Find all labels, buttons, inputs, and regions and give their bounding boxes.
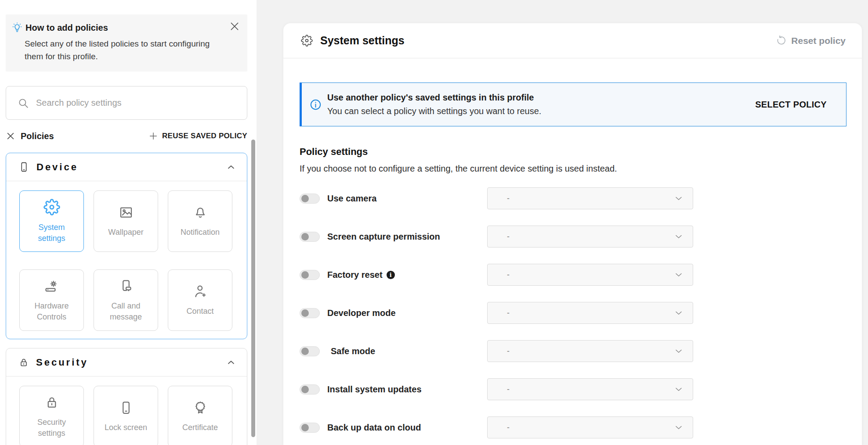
- setting-label: Screen capture permission: [327, 232, 440, 242]
- use-camera-dropdown[interactable]: -: [487, 187, 693, 209]
- certificate-seal-icon: [192, 400, 208, 416]
- policies-title: Policies: [21, 131, 54, 141]
- contact-add-person-icon: [192, 284, 208, 299]
- select-policy-button[interactable]: SELECT POLICY: [755, 100, 827, 110]
- phone-screen-icon: [118, 400, 134, 416]
- security-tile-grid: Security settings Lock screen: [6, 377, 247, 445]
- setting-row-developer-mode: Developer mode -: [300, 302, 846, 324]
- chevron-down-icon: [673, 384, 684, 395]
- hardware-controls-icon: [44, 278, 60, 294]
- info-icon[interactable]: i: [387, 271, 395, 279]
- tile-label: Security settings: [20, 417, 83, 438]
- setting-row-safe-mode: Safe mode -: [300, 340, 846, 362]
- setting-row-backup-data-cloud: Back up data on cloud -: [300, 416, 846, 438]
- setting-label: Back up data on cloud: [327, 423, 421, 433]
- chevron-down-icon: [673, 346, 684, 356]
- close-icon[interactable]: [229, 21, 240, 32]
- factory-reset-dropdown[interactable]: -: [487, 264, 693, 286]
- sidebar-scrollbar[interactable]: [251, 140, 255, 437]
- call-message-icon: [118, 278, 134, 294]
- setting-label: Use camera: [327, 194, 376, 204]
- policy-settings-description: If you choose not to configure a setting…: [300, 164, 846, 174]
- search-input[interactable]: [36, 98, 238, 108]
- reset-policy-button[interactable]: Reset policy: [776, 35, 846, 46]
- setting-row-factory-reset: Factory reset i -: [300, 264, 846, 286]
- reuse-settings-banner: Use another policy's saved settings in t…: [300, 83, 846, 126]
- tile-label: Hardware Controls: [20, 301, 83, 322]
- safe-mode-dropdown[interactable]: -: [487, 340, 693, 362]
- panel-header: System settings Reset policy: [283, 23, 862, 58]
- how-to-add-policies-tip: How to add policies Select any of the li…: [6, 14, 247, 72]
- tile-label: Wallpaper: [104, 227, 148, 237]
- info-icon: [310, 99, 322, 111]
- tile-label: Call and message: [94, 301, 158, 322]
- policies-header-row: Policies REUSE SAVED POLICY: [6, 129, 247, 144]
- security-section-title: Security: [36, 357, 88, 368]
- setting-label: Safe mode: [331, 346, 375, 356]
- tile-label: Certificate: [178, 422, 222, 433]
- chevron-up-icon[interactable]: [226, 162, 236, 172]
- backup-data-cloud-dropdown[interactable]: -: [487, 416, 693, 438]
- lock-icon: [44, 395, 60, 410]
- tile-wallpaper[interactable]: Wallpaper: [94, 190, 158, 252]
- device-section-header[interactable]: Device: [6, 153, 247, 181]
- tile-notification[interactable]: Notification: [168, 190, 232, 252]
- search-box: [6, 86, 247, 120]
- banner-title: Use another policy's saved settings in t…: [327, 93, 541, 103]
- system-settings-panel: System settings Reset policy Use another…: [283, 23, 862, 445]
- lock-icon: [18, 357, 29, 368]
- developer-mode-toggle[interactable]: [300, 308, 320, 318]
- tile-lock-screen[interactable]: Lock screen: [94, 386, 158, 445]
- setting-label: Developer mode: [327, 308, 396, 318]
- lightbulb-icon: [12, 22, 22, 33]
- use-camera-toggle[interactable]: [300, 194, 320, 204]
- chevron-down-icon: [673, 193, 684, 204]
- tile-call-and-message[interactable]: Call and message: [94, 269, 158, 331]
- chevron-down-icon: [673, 269, 684, 280]
- tip-title: How to add policies: [25, 23, 108, 33]
- install-system-updates-dropdown[interactable]: -: [487, 378, 693, 400]
- setting-row-screen-capture: Screen capture permission -: [300, 226, 846, 248]
- developer-mode-dropdown[interactable]: -: [487, 302, 693, 324]
- chevron-down-icon: [673, 422, 684, 433]
- install-system-updates-toggle[interactable]: [300, 384, 320, 395]
- screen-capture-toggle[interactable]: [300, 232, 320, 242]
- device-section-title: Device: [36, 161, 78, 173]
- security-section-header[interactable]: Security: [6, 348, 247, 377]
- device-tile-grid: System settings Wallpaper: [6, 181, 247, 339]
- reset-icon: [776, 35, 787, 46]
- chevron-down-icon: [673, 308, 684, 318]
- policy-sidebar: How to add policies Select any of the li…: [0, 0, 257, 445]
- factory-reset-toggle[interactable]: [300, 270, 320, 280]
- gear-icon: [301, 35, 313, 47]
- tile-label: System settings: [20, 222, 83, 244]
- chevron-up-icon[interactable]: [226, 357, 236, 368]
- reuse-saved-policy-button[interactable]: REUSE SAVED POLICY: [148, 131, 247, 141]
- setting-label: Install system updates: [327, 384, 422, 395]
- tile-security-settings[interactable]: Security settings: [19, 386, 84, 445]
- tile-system-settings[interactable]: System settings: [19, 190, 84, 252]
- policy-settings-heading: Policy settings: [300, 146, 846, 158]
- banner-body: You can select a policy with settings yo…: [327, 106, 541, 116]
- plus-icon: [148, 131, 158, 141]
- tile-certificate[interactable]: Certificate: [168, 386, 232, 445]
- setting-label: Factory reset: [327, 270, 383, 280]
- gear-icon: [43, 199, 60, 215]
- tip-body: Select any of the listed policies to sta…: [25, 37, 218, 63]
- chevron-down-icon: [673, 231, 684, 242]
- policy-settings-rows: Use camera - Screen capture permission -: [300, 187, 846, 438]
- page-title: System settings: [320, 34, 405, 47]
- search-icon: [18, 97, 29, 109]
- device-phone-icon: [18, 161, 29, 172]
- device-section-card: Device System settings: [6, 153, 247, 339]
- safe-mode-toggle[interactable]: [300, 346, 320, 356]
- wallpaper-image-icon: [118, 205, 134, 220]
- tile-hardware-controls[interactable]: Hardware Controls: [19, 269, 84, 331]
- tile-contact[interactable]: Contact: [168, 269, 232, 331]
- screen-capture-dropdown[interactable]: -: [487, 226, 693, 248]
- tile-label: Contact: [182, 306, 218, 316]
- security-section-card: Security Security settings: [6, 348, 247, 445]
- backup-data-cloud-toggle[interactable]: [300, 423, 320, 433]
- setting-row-use-camera: Use camera -: [300, 187, 846, 209]
- clear-filter-x-icon[interactable]: [6, 131, 15, 141]
